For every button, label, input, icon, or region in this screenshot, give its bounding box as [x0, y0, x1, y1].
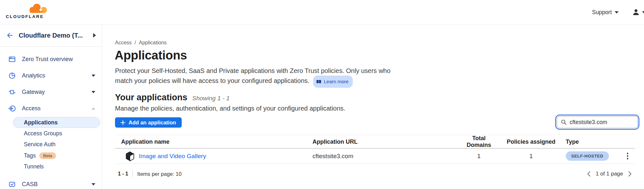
table-header-row: Application name Application URL Total D… — [115, 135, 635, 148]
chevron-down-icon — [615, 11, 619, 14]
sidebar-subitem-label: Applications — [24, 119, 58, 126]
back-arrow-button[interactable] — [6, 32, 14, 39]
results-range: 1 - 1 — [118, 171, 128, 177]
table-footer: 1 - 1 Items per page: 10 1 of 1 page — [115, 168, 635, 180]
add-application-label: Add an application — [129, 120, 176, 126]
search-icon — [561, 119, 567, 125]
page-description: Protect your Self-Hosted, SaaS and Priva… — [115, 66, 402, 88]
expand-sidebar-button[interactable] — [93, 33, 96, 38]
sidebar-item-access[interactable]: Access — [0, 100, 102, 117]
application-cube-icon — [125, 151, 135, 161]
sidebar-item-casb[interactable]: CASB — [0, 176, 102, 189]
sidebar: Cloudflare Demo (T... Zero Trust overvie… — [0, 24, 102, 189]
sidebar-item-label: Analytics — [22, 72, 45, 79]
chevron-down-icon — [91, 75, 95, 77]
sidebar-item-zero-trust-overview[interactable]: Zero Trust overview — [0, 51, 102, 68]
plus-icon — [120, 120, 125, 125]
breadcrumb: Access / Applications — [115, 40, 167, 46]
page-indicator: 1 of 1 page — [596, 171, 623, 177]
gateway-icon — [8, 88, 16, 96]
section-title: Your applications — [115, 93, 187, 103]
breadcrumb-separator: / — [135, 40, 136, 46]
search-input[interactable] — [570, 119, 629, 126]
sidebar-subitem-label: Tags — [24, 152, 36, 159]
sidebar-item-gateway[interactable]: Gateway — [0, 84, 102, 100]
sidebar-item-tags[interactable]: Tags Beta — [0, 150, 102, 161]
cloudflare-cloud-icon — [26, 2, 49, 14]
sidebar-item-label: Zero Trust overview — [22, 56, 73, 63]
chevron-down-icon — [91, 183, 95, 185]
support-label: Support — [592, 9, 612, 16]
sidebar-subitem-label: Access Groups — [24, 130, 62, 137]
sidebar-item-label: Access — [22, 105, 41, 112]
cloudflare-logo[interactable]: CLOUDFLARE — [6, 2, 49, 19]
breadcrumb-current: Applications — [139, 40, 167, 46]
access-submenu: Applications Access Groups Service Auth … — [0, 117, 102, 172]
previous-page-button[interactable] — [587, 171, 591, 177]
sidebar-item-analytics[interactable]: Analytics — [0, 68, 102, 84]
account-name: Cloudflare Demo (T... — [19, 32, 93, 39]
pagination: 1 of 1 page — [587, 171, 635, 177]
column-header-application-url: Application URL — [312, 139, 460, 145]
checkbox-sync-icon — [8, 181, 16, 188]
column-header-type: Type — [564, 139, 617, 145]
sidebar-account-header: Cloudflare Demo (T... — [0, 24, 102, 47]
learn-more-link[interactable]: Learn more — [313, 76, 353, 88]
row-actions-menu[interactable] — [626, 151, 630, 161]
application-name-link[interactable]: Image and Video Gallery — [139, 153, 206, 160]
chevron-down-icon — [642, 11, 644, 14]
cloudflare-wordmark: CLOUDFLARE — [6, 14, 49, 19]
policies-assigned-cell: 1 — [498, 153, 564, 160]
pie-chart-icon — [8, 72, 16, 79]
column-header-total-domains: Total Domains — [460, 135, 498, 148]
sidebar-item-service-auth[interactable]: Service Auth — [0, 139, 102, 150]
account-menu[interactable] — [632, 8, 644, 16]
beta-badge: Beta — [39, 152, 56, 159]
items-per-page: Items per page: 10 — [137, 171, 182, 177]
add-application-button[interactable]: Add an application — [115, 117, 182, 128]
showing-count: Showing 1 - 1 — [192, 95, 230, 102]
sidebar-item-label: Gateway — [22, 89, 45, 95]
chevron-up-icon — [91, 107, 95, 110]
section-subtitle: Manage the policies, authentication, and… — [115, 105, 345, 112]
column-header-application-name: Application name — [115, 139, 312, 145]
login-arrow-icon — [8, 105, 16, 112]
sidebar-item-tunnels[interactable]: Tunnels — [0, 161, 102, 173]
top-bar: CLOUDFLARE Support — [0, 0, 644, 24]
column-header-policies-assigned: Policies assigned — [498, 139, 564, 145]
footer-divider — [132, 170, 133, 177]
sidebar-subitem-label: Service Auth — [24, 141, 55, 148]
page-title: Applications — [115, 49, 187, 62]
learn-more-label: Learn more — [324, 77, 349, 86]
chevron-down-icon — [91, 91, 95, 93]
sidebar-subitem-label: Tunnels — [24, 163, 44, 170]
book-icon — [316, 79, 322, 84]
user-icon — [632, 8, 640, 16]
next-page-button[interactable] — [628, 171, 632, 177]
support-dropdown[interactable]: Support — [592, 9, 619, 16]
sidebar-item-label: CASB — [22, 181, 38, 188]
application-url-cell: cftestsite3.com — [312, 153, 460, 160]
sidebar-item-access-groups[interactable]: Access Groups — [0, 128, 102, 139]
browser-window-icon — [8, 56, 16, 63]
total-domains-cell: 1 — [460, 153, 498, 160]
table-row: Image and Video Gallery cftestsite3.com … — [115, 148, 635, 164]
applications-table: Application name Application URL Total D… — [115, 135, 635, 164]
breadcrumb-access[interactable]: Access — [115, 40, 132, 46]
type-badge: SELF-HOSTED — [566, 151, 609, 161]
application-search[interactable] — [557, 116, 638, 128]
sidebar-item-applications[interactable]: Applications — [13, 117, 100, 128]
